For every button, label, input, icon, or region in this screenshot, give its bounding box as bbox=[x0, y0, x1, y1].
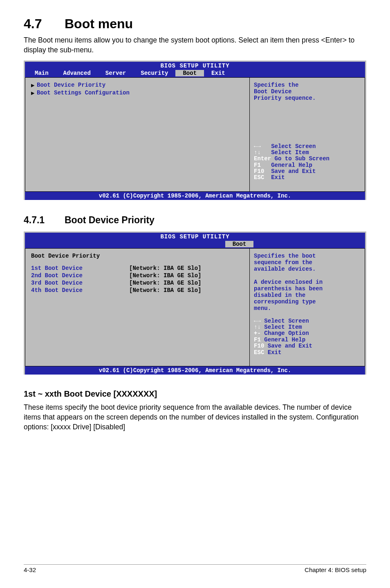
row-label: 3rd Boot Device bbox=[31, 280, 129, 286]
page-footer: 4-32 Chapter 4: BIOS setup bbox=[24, 564, 366, 573]
bios-copyright: v02.61 (C)Copyright 1985-2006, American … bbox=[25, 192, 365, 200]
bios-right-pane: Specifies the Boot Device Priority seque… bbox=[249, 77, 365, 192]
section-number: 4.7 bbox=[24, 16, 65, 31]
row-label: 2nd Boot Device bbox=[31, 272, 129, 279]
option-heading: 1st ~ xxth Boot Device [XXXXXXX] bbox=[24, 389, 366, 399]
boot-device-row[interactable]: 1st Boot Device [Network: IBA GE Slo] bbox=[31, 265, 244, 272]
page-number: 4-32 bbox=[24, 566, 36, 573]
bios-tab-exit[interactable]: Exit bbox=[204, 70, 233, 76]
chapter-label: Chapter 4: BIOS setup bbox=[305, 566, 366, 573]
row-value: [Network: IBA GE Slo] bbox=[129, 280, 201, 286]
nav-legend: ←→ Select Screen ↑↓ Select Item +- Chang… bbox=[254, 312, 361, 362]
row-label: 1st Boot Device bbox=[31, 265, 129, 272]
bios-left-pane: Boot Device Priority 1st Boot Device [Ne… bbox=[25, 248, 249, 366]
bios-tab-server[interactable]: Server bbox=[98, 70, 133, 76]
pane-heading: Boot Device Priority bbox=[31, 253, 244, 259]
row-label: 4th Boot Device bbox=[31, 287, 129, 294]
submenu-arrow-icon: ▶ bbox=[31, 90, 37, 97]
bios-right-pane: Specifies the boot sequence from the ava… bbox=[249, 248, 365, 366]
bios-tab-security[interactable]: Security bbox=[133, 70, 175, 76]
submenu-item[interactable]: ▶ Boot Settings Configuration bbox=[31, 90, 244, 97]
row-value: [Network: IBA GE Slo] bbox=[129, 265, 201, 272]
boot-device-row[interactable]: 3rd Boot Device [Network: IBA GE Slo] bbox=[31, 280, 244, 286]
bios-tab-boot[interactable]: Boot bbox=[225, 241, 254, 247]
subsection-title: Boot Device Priority bbox=[65, 215, 155, 225]
bios-tab-advanced[interactable]: Advanced bbox=[56, 70, 98, 76]
help-text: Specifies the Boot Device Priority seque… bbox=[254, 82, 361, 101]
submenu-label: Boot Settings Configuration bbox=[37, 90, 130, 97]
row-value: [Network: IBA GE Slo] bbox=[129, 287, 201, 294]
bios-screen-boot-priority: BIOS SETUP UTILITY Boot Boot Device Prio… bbox=[24, 231, 366, 375]
bios-tab-main[interactable]: Main bbox=[27, 70, 56, 76]
section-heading: 4.7Boot menu bbox=[24, 16, 366, 31]
bios-tab-bar: Boot bbox=[25, 241, 365, 248]
boot-device-row[interactable]: 4th Boot Device [Network: IBA GE Slo] bbox=[31, 287, 244, 294]
bios-title: BIOS SETUP UTILITY bbox=[25, 62, 365, 70]
intro-paragraph: The Boot menu items allow you to change … bbox=[24, 36, 366, 55]
row-value: [Network: IBA GE Slo] bbox=[129, 272, 201, 279]
option-description: These items specify the boot device prio… bbox=[24, 403, 366, 432]
subsection-heading: 4.7.1Boot Device Priority bbox=[24, 215, 366, 226]
submenu-label: Boot Device Priority bbox=[37, 82, 105, 89]
bios-tab-boot[interactable]: Boot bbox=[175, 70, 204, 76]
bios-copyright: v02.61 (C)Copyright 1985-2006, American … bbox=[25, 366, 365, 375]
nav-legend: ←→ Select Screen ↑↓ Select Item Enter Go… bbox=[254, 137, 361, 187]
bios-screen-boot-menu: BIOS SETUP UTILITY Main Advanced Server … bbox=[24, 61, 366, 200]
submenu-arrow-icon: ▶ bbox=[31, 82, 37, 89]
subsection-number: 4.7.1 bbox=[24, 215, 65, 226]
bios-tab-bar: Main Advanced Server Security Boot Exit bbox=[25, 70, 365, 77]
section-title: Boot menu bbox=[65, 16, 133, 31]
submenu-item[interactable]: ▶ Boot Device Priority bbox=[31, 82, 244, 89]
bios-title: BIOS SETUP UTILITY bbox=[25, 233, 365, 241]
boot-device-row[interactable]: 2nd Boot Device [Network: IBA GE Slo] bbox=[31, 272, 244, 279]
help-text: Specifies the boot sequence from the ava… bbox=[254, 253, 361, 312]
bios-left-pane: ▶ Boot Device Priority ▶ Boot Settings C… bbox=[25, 77, 249, 192]
